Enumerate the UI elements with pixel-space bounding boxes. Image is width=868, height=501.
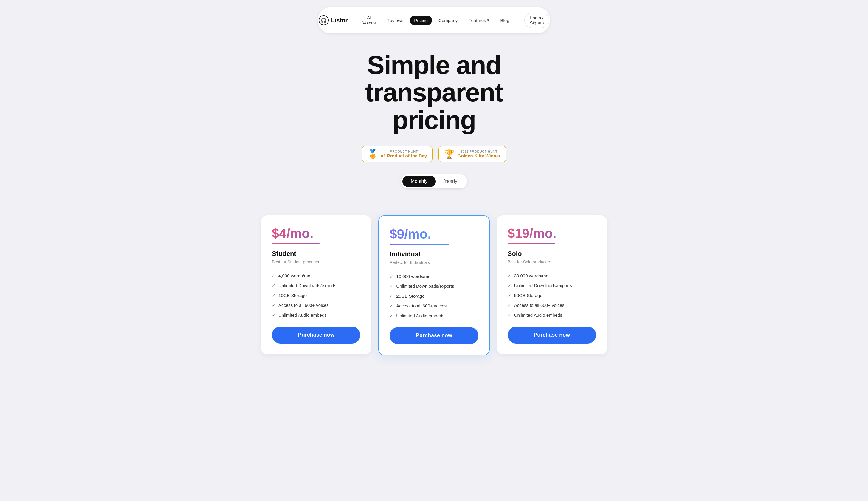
nav-links: AI Voices Reviews Pricing Company Featur…: [358, 13, 513, 28]
student-feature-3: ✓10GB Storage: [272, 293, 360, 298]
logo-text: Listnr: [331, 17, 348, 24]
individual-purchase-button[interactable]: Purchase now: [390, 327, 478, 344]
nav-ai-voices[interactable]: AI Voices: [358, 13, 380, 28]
individual-price: $9/mo.: [390, 227, 431, 242]
solo-feature-2: ✓Unlimited Downloads/exports: [508, 283, 596, 288]
product-hunt-badge: 🏅 PRODUCT HUNT #1 Product of the Day: [362, 146, 433, 162]
check-icon: ✓: [508, 293, 511, 298]
student-price-divider: [272, 243, 319, 244]
chevron-down-icon: ▾: [487, 18, 489, 23]
check-icon: ✓: [508, 313, 511, 318]
individual-feature-2: ✓Unlimited Downloads/exports: [390, 284, 478, 289]
golden-kitty-bottom: Golden Kitty Winner: [457, 153, 500, 158]
student-feature-2: ✓Unlimited Downloads/exports: [272, 283, 360, 288]
student-plan-card: $4/mo. Student Best for Student producer…: [261, 215, 371, 354]
check-icon: ✓: [390, 284, 393, 289]
nav-pricing[interactable]: Pricing: [410, 15, 432, 25]
check-icon: ✓: [390, 294, 393, 299]
solo-plan-desc: Best for Solo producers: [508, 259, 596, 264]
individual-plan-desc: Perfect for Individuals: [390, 260, 478, 265]
check-icon: ✓: [272, 313, 275, 318]
nav-features[interactable]: Features ▾: [464, 15, 493, 25]
student-feature-1: ✓4,000 words/mo: [272, 273, 360, 278]
check-icon: ✓: [272, 274, 275, 278]
solo-feature-4: ✓Access to all 600+ voices: [508, 303, 596, 308]
student-feature-5: ✓Unlimited Audio embeds: [272, 312, 360, 318]
solo-feature-3: ✓50GB Storage: [508, 293, 596, 298]
solo-plan-card: $19/mo. Solo Best for Solo producers ✓30…: [497, 215, 607, 354]
login-signup-button[interactable]: Login / Signup: [524, 12, 550, 28]
student-plan-name: Student: [272, 250, 360, 258]
student-plan-desc: Best for Student producers: [272, 259, 360, 264]
billing-toggle: Monthly Yearly: [6, 174, 862, 189]
individual-price-divider: [390, 244, 449, 245]
pricing-cards: $4/mo. Student Best for Student producer…: [255, 215, 613, 373]
check-icon: ✓: [390, 303, 393, 308]
student-price: $4/mo.: [272, 226, 313, 241]
solo-price-divider: [508, 243, 555, 244]
toggle-pill: Monthly Yearly: [401, 174, 467, 189]
individual-feature-1: ✓10,000 words/mo: [390, 274, 478, 279]
product-hunt-icon: 🏅: [368, 149, 378, 159]
golden-kitty-icon: 🏆: [444, 149, 455, 159]
student-purchase-button[interactable]: Purchase now: [272, 327, 360, 343]
check-icon: ✓: [272, 283, 275, 288]
nav-reviews[interactable]: Reviews: [382, 15, 408, 25]
student-feature-4: ✓Access to all 600+ voices: [272, 303, 360, 308]
golden-kitty-top: 2021 PRODUCT HUNT: [457, 150, 500, 153]
solo-price: $19/mo.: [508, 226, 556, 241]
award-badges: 🏅 PRODUCT HUNT #1 Product of the Day 🏆 2…: [6, 146, 862, 162]
individual-plan-name: Individual: [390, 250, 478, 258]
solo-purchase-button[interactable]: Purchase now: [508, 327, 596, 343]
golden-kitty-badge: 🏆 2021 PRODUCT HUNT Golden Kitty Winner: [438, 146, 506, 162]
individual-feature-4: ✓Access to all 600+ voices: [390, 303, 478, 308]
individual-feature-3: ✓25GB Storage: [390, 294, 478, 299]
check-icon: ✓: [508, 283, 511, 288]
solo-feature-5: ✓Unlimited Audio embeds: [508, 312, 596, 318]
navbar: 🎧 Listnr AI Voices Reviews Pricing Compa…: [318, 7, 550, 33]
check-icon: ✓: [272, 293, 275, 298]
check-icon: ✓: [390, 313, 393, 318]
solo-features-list: ✓30,000 words/mo ✓Unlimited Downloads/ex…: [508, 273, 596, 318]
hero-title: Simple and transparent pricing: [300, 51, 568, 134]
solo-plan-name: Solo: [508, 250, 596, 258]
main-content: Simple and transparent pricing 🏅 PRODUCT…: [0, 33, 868, 215]
check-icon: ✓: [272, 303, 275, 308]
check-icon: ✓: [508, 303, 511, 308]
monthly-toggle[interactable]: Monthly: [402, 175, 436, 187]
solo-feature-1: ✓30,000 words/mo: [508, 273, 596, 278]
logo-icon: 🎧: [319, 15, 329, 25]
nav-blog[interactable]: Blog: [496, 15, 513, 25]
individual-features-list: ✓10,000 words/mo ✓Unlimited Downloads/ex…: [390, 274, 478, 318]
student-features-list: ✓4,000 words/mo ✓Unlimited Downloads/exp…: [272, 273, 360, 318]
individual-feature-5: ✓Unlimited Audio embeds: [390, 313, 478, 318]
yearly-toggle[interactable]: Yearly: [436, 175, 466, 187]
product-hunt-top: PRODUCT HUNT: [381, 150, 427, 153]
check-icon: ✓: [508, 274, 511, 278]
check-icon: ✓: [390, 274, 393, 279]
nav-company[interactable]: Company: [434, 15, 462, 25]
product-hunt-bottom: #1 Product of the Day: [381, 153, 427, 158]
individual-plan-card: $9/mo. Individual Perfect for Individual…: [378, 215, 489, 355]
logo[interactable]: 🎧 Listnr: [319, 15, 348, 25]
